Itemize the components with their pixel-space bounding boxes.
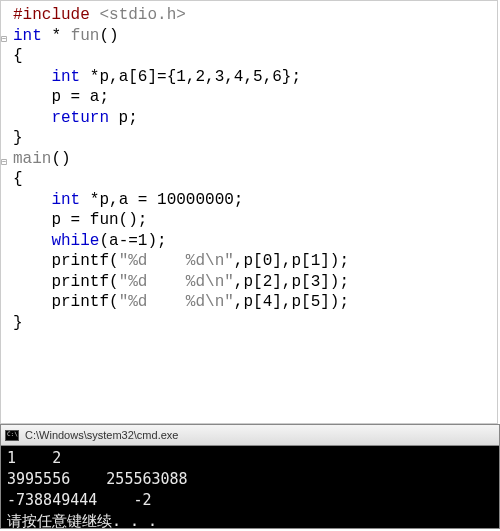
code-token: while — [51, 232, 99, 250]
code-line[interactable]: while(a-=1); — [1, 231, 497, 252]
cmd-icon — [5, 430, 19, 441]
code-editor[interactable]: #include <stdio.h>⊟int * fun(){ int *p,a… — [0, 0, 498, 424]
code-token: printf( — [13, 293, 119, 311]
code-line[interactable]: p = fun(); — [1, 210, 497, 231]
code-token: ,p[2],p[3]); — [234, 273, 349, 291]
code-token: } — [13, 314, 23, 332]
code-token: "%d %d\n" — [119, 252, 234, 270]
code-line[interactable]: printf("%d %d\n",p[4],p[5]); — [1, 292, 497, 313]
terminal-window: C:\Windows\system32\cmd.exe 1 2 3995556 … — [0, 424, 500, 529]
terminal-titlebar[interactable]: C:\Windows\system32\cmd.exe — [0, 424, 500, 446]
code-line[interactable]: { — [1, 46, 497, 67]
code-line[interactable]: { — [1, 169, 497, 190]
code-token: "%d %d\n" — [119, 293, 234, 311]
code-line[interactable]: ⊟main() — [1, 149, 497, 170]
code-token: int — [13, 27, 42, 45]
terminal-body[interactable]: 1 2 3995556 255563088 -738849444 -2 请按任意… — [0, 446, 500, 529]
code-token — [13, 191, 51, 209]
terminal-title-text: C:\Windows\system32\cmd.exe — [25, 429, 178, 441]
code-line[interactable]: } — [1, 128, 497, 149]
code-token: int — [51, 68, 80, 86]
code-token: printf( — [13, 273, 119, 291]
code-token: ,p[0],p[1]); — [234, 252, 349, 270]
code-token: main — [13, 150, 51, 168]
code-token: ,p[4],p[5]); — [234, 293, 349, 311]
code-token: { — [13, 170, 23, 188]
code-token: *p,a[6]={1,2,3,4,5,6}; — [80, 68, 301, 86]
code-line[interactable]: p = a; — [1, 87, 497, 108]
code-line[interactable]: } — [1, 313, 497, 334]
code-token: } — [13, 129, 23, 147]
code-token: <stdio.h> — [99, 6, 185, 24]
code-token: return — [51, 109, 109, 127]
code-token: fun — [71, 27, 100, 45]
code-token: #include — [13, 6, 99, 24]
code-token — [13, 68, 51, 86]
code-token: () — [99, 27, 118, 45]
code-token: p = a; — [13, 88, 109, 106]
code-line[interactable]: ⊟int * fun() — [1, 26, 497, 47]
code-token: * — [42, 27, 71, 45]
code-token: (a-=1); — [99, 232, 166, 250]
code-token — [13, 232, 51, 250]
code-token: { — [13, 47, 23, 65]
code-token: *p,a = 10000000; — [80, 191, 243, 209]
code-token: int — [51, 191, 80, 209]
code-line[interactable]: int *p,a[6]={1,2,3,4,5,6}; — [1, 67, 497, 88]
code-token — [13, 109, 51, 127]
code-token: printf( — [13, 252, 119, 270]
code-token: "%d %d\n" — [119, 273, 234, 291]
code-token: p = fun(); — [13, 211, 147, 229]
code-line[interactable]: #include <stdio.h> — [1, 5, 497, 26]
code-line[interactable]: return p; — [1, 108, 497, 129]
code-line[interactable]: printf("%d %d\n",p[2],p[3]); — [1, 272, 497, 293]
code-line[interactable]: printf("%d %d\n",p[0],p[1]); — [1, 251, 497, 272]
code-line[interactable]: int *p,a = 10000000; — [1, 190, 497, 211]
code-token: () — [51, 150, 70, 168]
code-token: p; — [109, 109, 138, 127]
